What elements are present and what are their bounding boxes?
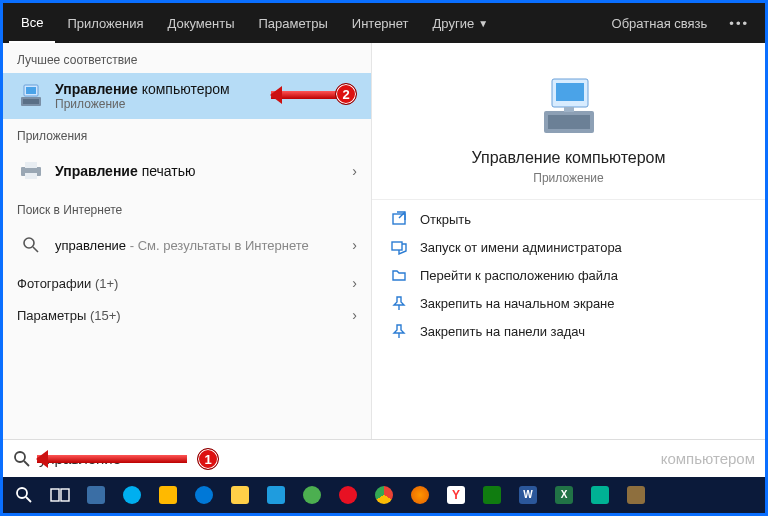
best-match-subtitle: Приложение — [55, 97, 230, 111]
best-match-item[interactable]: Управление компьютером Приложение 2 — [3, 73, 371, 119]
tab-more-label: Другие — [433, 16, 475, 31]
best-match-title: Управление компьютером — [55, 81, 230, 97]
tab-settings[interactable]: Параметры — [246, 3, 339, 43]
category-settings-label: Параметры — [17, 308, 86, 323]
tab-internet[interactable]: Интернет — [340, 3, 421, 43]
preview-subtitle: Приложение — [533, 171, 603, 185]
web-search-header: Поиск в Интернете — [3, 193, 371, 223]
svg-rect-1 — [23, 99, 39, 104]
svg-point-16 — [15, 452, 25, 462]
svg-rect-15 — [392, 242, 402, 250]
taskbar-utorrent-icon[interactable] — [297, 481, 327, 509]
taskbar-excel-icon[interactable]: X — [549, 481, 579, 509]
feedback-link[interactable]: Обратная связь — [600, 3, 720, 43]
preview-header: Управление компьютером Приложение — [372, 51, 765, 200]
printer-management-icon — [17, 157, 45, 185]
svg-line-19 — [26, 497, 31, 502]
svg-rect-12 — [556, 83, 584, 101]
tab-documents[interactable]: Документы — [155, 3, 246, 43]
category-photos[interactable]: Фотографии (1+) › — [3, 267, 371, 299]
category-photos-label: Фотографии — [17, 276, 91, 291]
taskbar-app-green[interactable] — [477, 481, 507, 509]
category-settings[interactable]: Параметры (15+) › — [3, 299, 371, 331]
action-run-as-admin[interactable]: Запуск от имени администратора — [390, 238, 747, 256]
taskbar-app-yellow[interactable] — [153, 481, 183, 509]
svg-line-8 — [33, 247, 38, 252]
results-list: Лучшее соответствие Управление компьютер… — [3, 43, 371, 439]
action-pin-to-start[interactable]: Закрепить на начальном экране — [390, 294, 747, 312]
taskbar: Y W X — [3, 477, 765, 513]
chevron-right-icon: › — [352, 237, 357, 253]
category-photos-count: (1+) — [95, 276, 118, 291]
admin-shield-icon — [390, 238, 408, 256]
tab-more[interactable]: Другие ▼ — [421, 3, 501, 43]
tab-all[interactable]: Все — [9, 3, 55, 43]
category-settings-count: (15+) — [90, 308, 121, 323]
best-match-header: Лучшее соответствие — [3, 43, 371, 73]
annotation-badge-2: 2 — [335, 83, 357, 105]
search-icon — [17, 231, 45, 259]
svg-rect-14 — [393, 214, 405, 224]
taskbar-app-last[interactable] — [621, 481, 651, 509]
web-result-title: управление - См. результаты в Интернете — [55, 238, 309, 253]
chevron-right-icon: › — [352, 163, 357, 179]
search-suggestion-ghost: компьютером — [661, 450, 755, 467]
svg-point-7 — [24, 238, 34, 248]
chevron-right-icon: › — [352, 275, 357, 291]
svg-rect-10 — [548, 115, 590, 129]
action-pin-start-label: Закрепить на начальном экране — [420, 296, 615, 311]
annotation-badge-1: 1 — [197, 448, 219, 470]
pin-taskbar-icon — [390, 322, 408, 340]
taskbar-opera-icon[interactable] — [333, 481, 363, 509]
overflow-menu[interactable]: ••• — [719, 16, 759, 31]
taskbar-search-icon[interactable] — [9, 481, 39, 509]
taskbar-store-icon[interactable] — [261, 481, 291, 509]
svg-rect-3 — [26, 87, 36, 94]
svg-point-18 — [17, 488, 27, 498]
search-filter-bar: Все Приложения Документы Параметры Интер… — [3, 3, 765, 43]
computer-management-icon — [17, 82, 45, 110]
open-icon — [390, 210, 408, 228]
svg-rect-20 — [51, 489, 59, 501]
action-open[interactable]: Открыть — [390, 210, 747, 228]
taskbar-chrome-icon[interactable] — [369, 481, 399, 509]
folder-icon — [390, 266, 408, 284]
svg-rect-13 — [564, 107, 574, 112]
action-pin-taskbar-label: Закрепить на панели задач — [420, 324, 585, 339]
svg-rect-6 — [25, 173, 37, 179]
action-location-label: Перейти к расположению файла — [420, 268, 618, 283]
search-results-area: Лучшее соответствие Управление компьютер… — [3, 43, 765, 439]
chevron-right-icon: › — [352, 307, 357, 323]
app-result-title: Управление печатью — [55, 163, 196, 179]
svg-rect-5 — [25, 162, 37, 168]
action-admin-label: Запуск от имени администратора — [420, 240, 622, 255]
preview-actions: Открыть Запуск от имени администратора П… — [372, 200, 765, 350]
apps-header: Приложения — [3, 119, 371, 149]
action-open-label: Открыть — [420, 212, 471, 227]
action-pin-to-taskbar[interactable]: Закрепить на панели задач — [390, 322, 747, 340]
taskbar-skype-icon[interactable] — [117, 481, 147, 509]
taskbar-explorer-icon[interactable] — [225, 481, 255, 509]
task-view-icon[interactable] — [45, 481, 75, 509]
chevron-down-icon: ▼ — [478, 18, 488, 29]
taskbar-word-icon[interactable]: W — [513, 481, 543, 509]
search-box[interactable]: компьютером 1 — [3, 439, 765, 477]
taskbar-yandex-icon[interactable]: Y — [441, 481, 471, 509]
preview-pane: Управление компьютером Приложение Открыт… — [371, 43, 765, 439]
app-result-item[interactable]: Управление печатью › — [3, 149, 371, 193]
svg-rect-21 — [61, 489, 69, 501]
computer-management-large-icon — [534, 75, 604, 139]
taskbar-firefox-icon[interactable] — [405, 481, 435, 509]
web-result-item[interactable]: управление - См. результаты в Интернете … — [3, 223, 371, 267]
tab-apps[interactable]: Приложения — [55, 3, 155, 43]
preview-title: Управление компьютером — [472, 149, 666, 167]
action-open-file-location[interactable]: Перейти к расположению файла — [390, 266, 747, 284]
taskbar-edge-icon[interactable] — [189, 481, 219, 509]
taskbar-app-1[interactable] — [81, 481, 111, 509]
pin-start-icon — [390, 294, 408, 312]
taskbar-app-teal[interactable] — [585, 481, 615, 509]
